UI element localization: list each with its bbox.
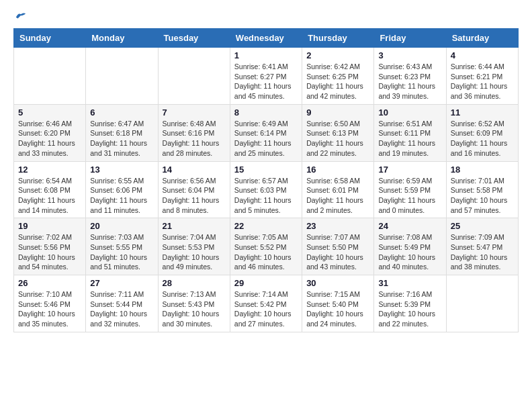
header-cell-thursday: Thursday xyxy=(302,29,374,48)
day-cell: 7Sunrise: 6:48 AM Sunset: 6:16 PM Daylig… xyxy=(158,104,230,161)
day-info: Sunrise: 7:11 AM Sunset: 5:44 PM Dayligh… xyxy=(90,289,153,329)
day-cell: 4Sunrise: 6:44 AM Sunset: 6:21 PM Daylig… xyxy=(446,48,518,105)
header-cell-saturday: Saturday xyxy=(446,29,518,48)
day-info: Sunrise: 7:02 AM Sunset: 5:56 PM Dayligh… xyxy=(18,232,81,272)
day-number: 23 xyxy=(306,221,369,231)
day-number: 15 xyxy=(234,165,298,175)
header xyxy=(13,11,519,20)
day-number: 20 xyxy=(90,221,153,231)
day-info: Sunrise: 6:41 AM Sunset: 6:27 PM Dayligh… xyxy=(234,62,298,101)
day-cell: 30Sunrise: 7:15 AM Sunset: 5:40 PM Dayli… xyxy=(302,275,374,332)
day-number: 16 xyxy=(306,165,369,175)
day-cell: 26Sunrise: 7:10 AM Sunset: 5:46 PM Dayli… xyxy=(14,275,86,332)
day-cell: 17Sunrise: 6:59 AM Sunset: 5:59 PM Dayli… xyxy=(374,161,446,218)
day-info: Sunrise: 6:44 AM Sunset: 6:21 PM Dayligh… xyxy=(451,62,514,101)
day-number: 29 xyxy=(234,278,298,288)
header-cell-tuesday: Tuesday xyxy=(158,29,230,48)
week-row-1: 5Sunrise: 6:46 AM Sunset: 6:20 PM Daylig… xyxy=(14,104,519,161)
day-info: Sunrise: 6:46 AM Sunset: 6:20 PM Dayligh… xyxy=(18,119,81,158)
day-cell: 21Sunrise: 7:04 AM Sunset: 5:53 PM Dayli… xyxy=(158,218,230,275)
day-cell: 5Sunrise: 6:46 AM Sunset: 6:20 PM Daylig… xyxy=(14,104,86,161)
logo-bird-icon xyxy=(15,11,27,20)
day-number: 11 xyxy=(451,107,514,118)
day-info: Sunrise: 6:56 AM Sunset: 6:04 PM Dayligh… xyxy=(163,176,226,216)
day-info: Sunrise: 7:05 AM Sunset: 5:52 PM Dayligh… xyxy=(234,232,298,272)
day-info: Sunrise: 7:09 AM Sunset: 5:47 PM Dayligh… xyxy=(451,232,514,272)
day-info: Sunrise: 7:16 AM Sunset: 5:39 PM Dayligh… xyxy=(378,289,441,329)
day-cell: 16Sunrise: 6:58 AM Sunset: 6:01 PM Dayli… xyxy=(302,161,374,218)
day-number: 4 xyxy=(451,50,514,60)
day-info: Sunrise: 6:54 AM Sunset: 6:08 PM Dayligh… xyxy=(18,176,81,216)
day-cell: 2Sunrise: 6:42 AM Sunset: 6:25 PM Daylig… xyxy=(302,48,374,105)
day-info: Sunrise: 6:55 AM Sunset: 6:06 PM Dayligh… xyxy=(90,176,153,216)
day-info: Sunrise: 6:49 AM Sunset: 6:14 PM Dayligh… xyxy=(234,119,298,158)
header-cell-monday: Monday xyxy=(86,29,158,48)
day-info: Sunrise: 6:51 AM Sunset: 6:11 PM Dayligh… xyxy=(378,119,441,158)
day-number: 5 xyxy=(18,107,81,118)
day-cell: 29Sunrise: 7:14 AM Sunset: 5:42 PM Dayli… xyxy=(230,275,302,332)
day-number: 12 xyxy=(18,165,81,175)
week-row-2: 12Sunrise: 6:54 AM Sunset: 6:08 PM Dayli… xyxy=(14,161,519,218)
day-cell: 25Sunrise: 7:09 AM Sunset: 5:47 PM Dayli… xyxy=(446,218,518,275)
day-info: Sunrise: 7:14 AM Sunset: 5:42 PM Dayligh… xyxy=(234,289,298,329)
day-cell: 13Sunrise: 6:55 AM Sunset: 6:06 PM Dayli… xyxy=(86,161,158,218)
day-number: 1 xyxy=(234,50,298,60)
day-cell: 3Sunrise: 6:43 AM Sunset: 6:23 PM Daylig… xyxy=(374,48,446,105)
day-cell: 10Sunrise: 6:51 AM Sunset: 6:11 PM Dayli… xyxy=(374,104,446,161)
day-number: 22 xyxy=(234,221,298,231)
day-info: Sunrise: 6:43 AM Sunset: 6:23 PM Dayligh… xyxy=(378,62,441,101)
day-number: 17 xyxy=(378,165,441,175)
day-info: Sunrise: 6:52 AM Sunset: 6:09 PM Dayligh… xyxy=(451,119,514,158)
day-cell: 1Sunrise: 6:41 AM Sunset: 6:27 PM Daylig… xyxy=(230,48,302,105)
day-info: Sunrise: 6:42 AM Sunset: 6:25 PM Dayligh… xyxy=(306,62,369,101)
logo xyxy=(13,11,27,20)
header-row: SundayMondayTuesdayWednesdayThursdayFrid… xyxy=(14,29,519,48)
day-number: 25 xyxy=(451,221,514,231)
day-number: 27 xyxy=(90,278,153,288)
day-cell: 15Sunrise: 6:57 AM Sunset: 6:03 PM Dayli… xyxy=(230,161,302,218)
day-info: Sunrise: 6:58 AM Sunset: 6:01 PM Dayligh… xyxy=(306,176,369,216)
day-number: 19 xyxy=(18,221,81,231)
day-number: 8 xyxy=(234,107,298,118)
day-cell xyxy=(86,48,158,105)
day-cell: 9Sunrise: 6:50 AM Sunset: 6:13 PM Daylig… xyxy=(302,104,374,161)
day-number: 6 xyxy=(90,107,153,118)
day-info: Sunrise: 7:15 AM Sunset: 5:40 PM Dayligh… xyxy=(306,289,369,329)
day-info: Sunrise: 6:47 AM Sunset: 6:18 PM Dayligh… xyxy=(90,119,153,158)
week-row-0: 1Sunrise: 6:41 AM Sunset: 6:27 PM Daylig… xyxy=(14,48,519,105)
day-cell: 20Sunrise: 7:03 AM Sunset: 5:55 PM Dayli… xyxy=(86,218,158,275)
day-cell: 14Sunrise: 6:56 AM Sunset: 6:04 PM Dayli… xyxy=(158,161,230,218)
day-info: Sunrise: 6:57 AM Sunset: 6:03 PM Dayligh… xyxy=(234,176,298,216)
day-number: 14 xyxy=(163,165,226,175)
day-info: Sunrise: 7:03 AM Sunset: 5:55 PM Dayligh… xyxy=(90,232,153,272)
day-number: 13 xyxy=(90,165,153,175)
day-cell xyxy=(158,48,230,105)
day-cell: 28Sunrise: 7:13 AM Sunset: 5:43 PM Dayli… xyxy=(158,275,230,332)
day-cell: 22Sunrise: 7:05 AM Sunset: 5:52 PM Dayli… xyxy=(230,218,302,275)
day-info: Sunrise: 6:59 AM Sunset: 5:59 PM Dayligh… xyxy=(378,176,441,216)
day-cell: 27Sunrise: 7:11 AM Sunset: 5:44 PM Dayli… xyxy=(86,275,158,332)
day-cell: 31Sunrise: 7:16 AM Sunset: 5:39 PM Dayli… xyxy=(374,275,446,332)
day-info: Sunrise: 7:08 AM Sunset: 5:49 PM Dayligh… xyxy=(378,232,441,272)
day-info: Sunrise: 6:48 AM Sunset: 6:16 PM Dayligh… xyxy=(163,119,226,158)
day-cell: 8Sunrise: 6:49 AM Sunset: 6:14 PM Daylig… xyxy=(230,104,302,161)
week-row-3: 19Sunrise: 7:02 AM Sunset: 5:56 PM Dayli… xyxy=(14,218,519,275)
day-number: 24 xyxy=(378,221,441,231)
day-number: 2 xyxy=(306,50,369,60)
day-info: Sunrise: 6:50 AM Sunset: 6:13 PM Dayligh… xyxy=(306,119,369,158)
day-number: 7 xyxy=(163,107,226,118)
header-cell-friday: Friday xyxy=(374,29,446,48)
day-number: 10 xyxy=(378,107,441,118)
day-info: Sunrise: 7:04 AM Sunset: 5:53 PM Dayligh… xyxy=(163,232,226,272)
day-cell: 19Sunrise: 7:02 AM Sunset: 5:56 PM Dayli… xyxy=(14,218,86,275)
week-row-4: 26Sunrise: 7:10 AM Sunset: 5:46 PM Dayli… xyxy=(14,275,519,332)
day-number: 3 xyxy=(378,50,441,60)
day-info: Sunrise: 7:07 AM Sunset: 5:50 PM Dayligh… xyxy=(306,232,369,272)
day-cell xyxy=(446,275,518,332)
day-cell: 12Sunrise: 6:54 AM Sunset: 6:08 PM Dayli… xyxy=(14,161,86,218)
day-cell xyxy=(14,48,86,105)
day-number: 30 xyxy=(306,278,369,288)
header-cell-wednesday: Wednesday xyxy=(230,29,302,48)
day-number: 9 xyxy=(306,107,369,118)
day-cell: 23Sunrise: 7:07 AM Sunset: 5:50 PM Dayli… xyxy=(302,218,374,275)
